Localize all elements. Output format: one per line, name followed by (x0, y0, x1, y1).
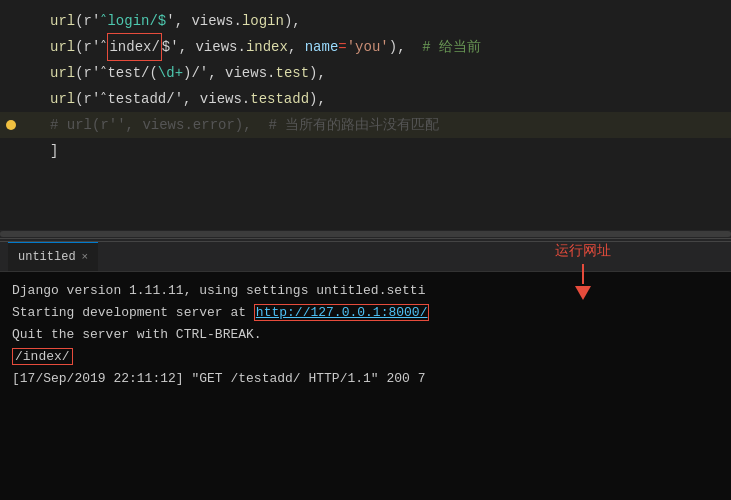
terminal-line-4: /index/ (12, 346, 719, 368)
warning-dot (6, 120, 16, 130)
editor-scrollbar[interactable] (0, 230, 731, 238)
code-line-5: # url(r'', views.error), # 当所有的路由斗没有匹配 (0, 112, 731, 138)
terminal-line-5: [17/Sep/2019 22:11:12] "GET /testadd/ HT… (12, 368, 719, 390)
terminal-tabbar: untitled × (0, 242, 731, 272)
code-editor: url(r'˄login/$', views.login), url(r'˄in… (0, 0, 731, 230)
arrow-head (575, 286, 591, 300)
code-line-1: url(r'˄login/$', views.login), (0, 8, 731, 34)
terminal-path-box: /index/ (12, 348, 73, 365)
terminal-content: Django version 1.11.11, using settings u… (0, 272, 731, 500)
terminal-line-2: Starting development server at http://12… (12, 302, 719, 324)
code-line-4: url(r'˄testadd/', views.testadd), (0, 86, 731, 112)
code-func-1: url (50, 8, 75, 34)
terminal-line-1: Django version 1.11.11, using settings u… (12, 280, 719, 302)
annotation-label: 运行网址 (555, 242, 611, 260)
index-highlight: index/ (107, 33, 161, 61)
scrollbar-thumb (0, 231, 731, 237)
code-line-2: url(r'˄index/$', views.index, name='you'… (0, 34, 731, 60)
code-line-6: ] (0, 138, 731, 164)
terminal-url-link[interactable]: http://127.0.0.1:8000/ (254, 304, 430, 321)
terminal-tab-untitled[interactable]: untitled × (8, 242, 98, 271)
terminal-line-3: Quit the server with CTRL-BREAK. (12, 324, 719, 346)
code-line-3: url(r'˄test/(\d+)/', views.test), (0, 60, 731, 86)
arrow-shaft (582, 264, 584, 284)
annotation-run-url: 运行网址 (555, 242, 611, 300)
terminal-tab-label: untitled (18, 250, 76, 264)
terminal-tab-close[interactable]: × (82, 251, 89, 263)
